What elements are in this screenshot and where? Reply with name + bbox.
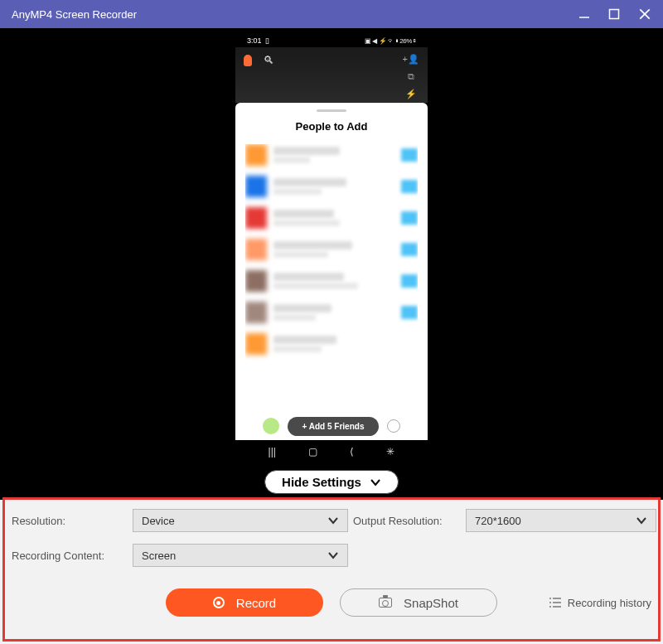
resolution-dropdown[interactable]: Device bbox=[133, 509, 348, 532]
mic-icon bbox=[244, 55, 252, 66]
list-item bbox=[245, 270, 418, 292]
hide-settings-label: Hide Settings bbox=[282, 475, 361, 489]
recording-content-label: Recording Content: bbox=[12, 550, 128, 562]
blurred-text bbox=[273, 147, 340, 155]
hide-settings-button[interactable]: Hide Settings bbox=[264, 470, 399, 494]
snapshot-button[interactable]: SnapShot bbox=[340, 588, 497, 617]
list-item bbox=[245, 176, 418, 197]
list-item bbox=[245, 144, 418, 166]
card-swap-icon: ⧉ bbox=[408, 71, 414, 82]
add-badge bbox=[401, 148, 418, 162]
titlebar: AnyMP4 Screen Recorder bbox=[0, 0, 663, 28]
phone-preview-area: 3:01 ▯ ▣ ◀ ⚡ ᯤ ▮ 26% ▯ 🔍︎ +👤 ⧉ ⚡ 📷 Peopl… bbox=[0, 28, 663, 500]
add-badge bbox=[401, 306, 418, 319]
blurred-text bbox=[273, 251, 328, 258]
sheet-handle bbox=[317, 109, 346, 112]
chevron-down-icon bbox=[327, 515, 339, 526]
blurred-text bbox=[273, 157, 310, 163]
svg-rect-1 bbox=[610, 10, 619, 19]
phone-time: 3:01 bbox=[247, 36, 262, 45]
add-friend-icon: +👤 bbox=[403, 54, 419, 65]
recording-history-label: Recording history bbox=[568, 597, 651, 609]
close-icon[interactable] bbox=[638, 7, 651, 21]
list-item bbox=[245, 239, 418, 260]
output-resolution-label: Output Resolution: bbox=[353, 515, 461, 527]
phone-app-header: 🔍︎ +👤 ⧉ ⚡ 📷 bbox=[235, 47, 428, 103]
home-icon: ▢ bbox=[308, 446, 317, 458]
recording-content-value: Screen bbox=[142, 550, 176, 562]
avatar bbox=[245, 176, 267, 197]
search-icon: 🔍︎ bbox=[264, 54, 274, 66]
phone-nav-bar: ||| ▢ ⟨ ✳ bbox=[235, 440, 428, 463]
recording-history-link[interactable]: Recording history bbox=[549, 597, 651, 609]
blurred-text bbox=[273, 178, 346, 186]
record-label: Record bbox=[236, 596, 276, 610]
flash-icon: ⚡ bbox=[405, 89, 417, 99]
add-badge bbox=[401, 180, 418, 193]
settings-panel: Resolution: Device Output Resolution: 72… bbox=[0, 500, 663, 644]
output-resolution-value: 720*1600 bbox=[475, 515, 521, 527]
panel-heading: People to Add bbox=[245, 120, 418, 133]
phone-action-bar: + Add 5 Friends bbox=[245, 412, 418, 440]
blurred-text bbox=[273, 304, 332, 312]
phone-frame: 3:01 ▯ ▣ ◀ ⚡ ᯤ ▮ 26% ▯ 🔍︎ +👤 ⧉ ⚡ 📷 Peopl… bbox=[235, 34, 428, 463]
add-badge bbox=[401, 211, 418, 225]
user-avatar bbox=[263, 418, 279, 434]
record-button[interactable]: Record bbox=[166, 588, 323, 617]
back-icon: ⟨ bbox=[350, 446, 354, 458]
avatar bbox=[245, 239, 267, 260]
status-icon: ▯ bbox=[265, 36, 269, 45]
list-item bbox=[245, 207, 418, 229]
blurred-text bbox=[273, 283, 358, 289]
add-badge bbox=[401, 274, 418, 288]
recording-content-dropdown[interactable]: Screen bbox=[133, 544, 348, 567]
blurred-text bbox=[273, 346, 322, 352]
record-icon bbox=[213, 597, 225, 608]
output-resolution-dropdown[interactable]: 720*1600 bbox=[466, 509, 656, 532]
blurred-text bbox=[273, 336, 336, 344]
maximize-icon[interactable] bbox=[608, 8, 620, 20]
window-controls bbox=[578, 7, 651, 21]
resolution-label: Resolution: bbox=[12, 515, 128, 527]
phone-status-indicators: ▣ ◀ ⚡ ᯤ ▮ 26% ▯ bbox=[365, 37, 416, 45]
add-badge bbox=[401, 337, 418, 351]
recents-icon: ||| bbox=[269, 446, 276, 458]
camera-icon bbox=[379, 598, 392, 608]
avatar bbox=[245, 207, 267, 229]
add-friends-button: + Add 5 Friends bbox=[288, 417, 380, 436]
chevron-down-icon bbox=[370, 477, 381, 488]
chevron-down-icon bbox=[327, 550, 339, 561]
snapshot-label: SnapShot bbox=[404, 596, 458, 610]
phone-status-bar: 3:01 ▯ ▣ ◀ ⚡ ᯤ ▮ 26% ▯ bbox=[235, 34, 428, 47]
blurred-text bbox=[273, 241, 352, 249]
list-item bbox=[245, 333, 418, 355]
blurred-text bbox=[273, 210, 334, 218]
accessibility-icon: ✳ bbox=[386, 446, 394, 458]
avatar bbox=[245, 144, 267, 166]
blurred-text bbox=[273, 273, 344, 281]
blurred-text bbox=[273, 220, 340, 226]
avatar bbox=[245, 333, 267, 355]
friend-list bbox=[245, 144, 418, 412]
circle-icon bbox=[387, 419, 400, 433]
phone-content-panel: People to Add + Add 5 Friends bbox=[235, 103, 428, 440]
blurred-text bbox=[273, 188, 322, 195]
minimize-icon[interactable] bbox=[578, 8, 590, 20]
app-title: AnyMP4 Screen Recorder bbox=[12, 8, 137, 21]
avatar bbox=[245, 302, 267, 323]
avatar bbox=[245, 270, 267, 292]
blurred-text bbox=[273, 314, 316, 321]
list-icon bbox=[549, 598, 561, 608]
add-badge bbox=[401, 243, 418, 256]
list-item bbox=[245, 302, 418, 323]
resolution-value: Device bbox=[142, 515, 175, 527]
chevron-down-icon bbox=[636, 515, 647, 526]
